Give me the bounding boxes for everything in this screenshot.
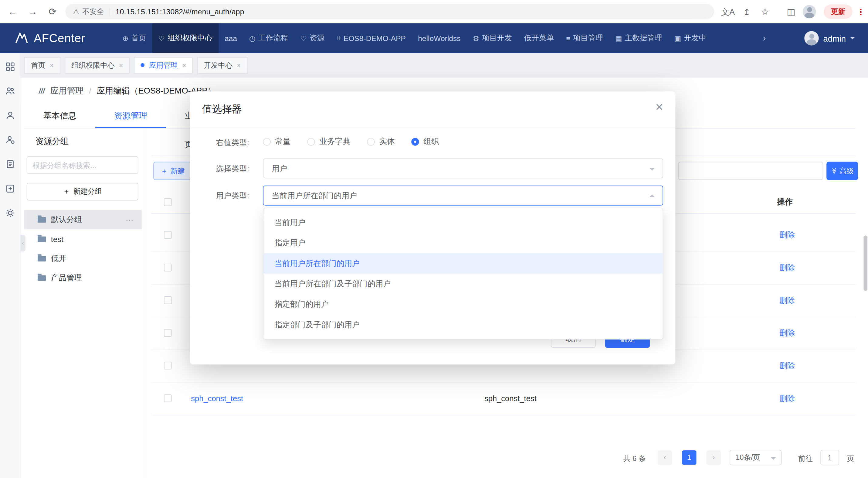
option-current-user-dept-sub[interactable]: 当前用户所在部门及子部门的用户 (264, 274, 662, 294)
tab-label: 应用管理 (149, 60, 178, 70)
row-name-link[interactable]: sph_const_test (191, 394, 243, 403)
user-badge-icon[interactable] (5, 135, 14, 145)
row-checkbox[interactable] (164, 394, 172, 402)
nav-label: 资源 (310, 33, 324, 43)
option-specified-user[interactable]: 指定用户 (264, 233, 662, 253)
delete-link[interactable]: 删除 (779, 296, 795, 306)
goto-page-input[interactable] (820, 450, 839, 465)
delete-link[interactable]: 删除 (779, 394, 795, 404)
group-search-input[interactable] (27, 156, 138, 174)
user-menu[interactable]: admin (804, 23, 855, 53)
browser-refresh-icon[interactable]: ⟳ (45, 5, 60, 19)
group-item-test[interactable]: test (24, 229, 142, 249)
window-tab-app-mgmt[interactable]: 应用管理 × (134, 57, 192, 73)
group-item-lowcode[interactable]: 低开 (24, 249, 142, 268)
tab-resource-mgmt[interactable]: 资源管理 (95, 104, 166, 128)
close-icon[interactable]: × (237, 61, 241, 69)
row-checkbox[interactable] (164, 296, 172, 304)
select-type-dropdown[interactable]: 用户 (263, 158, 663, 179)
nav-item-dev-center[interactable]: ▣ 开发中 (668, 23, 713, 53)
browser-profile-icon[interactable] (803, 5, 816, 18)
user-type-dropdown[interactable]: 当前用户所在部门的用户 (263, 185, 663, 206)
advanced-search-button[interactable]: ≫ 高级 (827, 162, 858, 180)
next-page-button[interactable]: › (706, 450, 720, 465)
group-item-product-mgmt[interactable]: 产品管理 (24, 268, 142, 288)
users-icon[interactable] (5, 87, 14, 96)
nav-item-home[interactable]: ⊕ 首页 (116, 23, 152, 53)
row-checkbox[interactable] (164, 264, 172, 271)
nav-item-helloworldss[interactable]: helloWorldss (412, 23, 467, 53)
address-bar[interactable]: ⚠ 不安全 10.15.15.151:13082/#/menu_auth/app (65, 4, 714, 20)
browser-back-icon[interactable]: ← (5, 5, 20, 19)
window-tab-home[interactable]: 首页 × (24, 57, 60, 73)
side-panel-icon[interactable]: ◫ (784, 5, 798, 19)
group-list: 默认分组 ⋯ test 低开 产品管理 (24, 210, 142, 287)
group-item-default[interactable]: 默认分组 ⋯ (24, 210, 142, 229)
scrollbar-thumb[interactable] (863, 235, 867, 291)
url-text: 10.15.15.151:13082/#/menu_auth/app (116, 8, 244, 16)
radio-constant[interactable]: 常量 (263, 137, 290, 147)
option-current-user-dept[interactable]: 当前用户所在部门的用户 (264, 253, 662, 274)
goto-label: 前往 (798, 454, 812, 464)
delete-link[interactable]: 删除 (779, 329, 795, 338)
row-checkbox[interactable] (164, 362, 172, 369)
select-all-checkbox[interactable] (164, 198, 172, 206)
gear-icon[interactable] (5, 208, 14, 218)
document-icon[interactable] (5, 159, 14, 169)
nav-item-project-dev[interactable]: ⚙ 项目开发 (467, 23, 518, 53)
delete-link[interactable]: 删除 (779, 231, 795, 241)
prev-page-button[interactable]: ‹ (658, 450, 672, 465)
row-checkbox[interactable] (164, 231, 172, 239)
radio-icon (307, 138, 315, 146)
group-more-icon[interactable]: ⋯ (126, 215, 134, 224)
plus-square-icon[interactable] (5, 184, 14, 193)
window-tab-org-auth[interactable]: 组织权限中心 × (65, 57, 129, 73)
breadcrumb-root[interactable]: 应用管理 (51, 86, 84, 96)
nav-item-project-mgmt[interactable]: ≡ 项目管理 (560, 23, 609, 53)
tab-basic-info[interactable]: 基本信息 (24, 104, 95, 128)
nav-item-eos8-demo-app[interactable]: ⌗ EOS8-DEMO-APP (331, 23, 412, 53)
bookmark-star-icon[interactable]: ☆ (758, 5, 772, 19)
option-specified-dept[interactable]: 指定部门的用户 (264, 294, 662, 315)
radio-business-dict[interactable]: 业务字典 (307, 137, 350, 147)
share-icon[interactable]: ↥ (740, 5, 754, 19)
right-value-type-label: 右值类型: (205, 138, 249, 148)
close-icon[interactable]: × (182, 61, 186, 69)
nav-item-org-auth-center[interactable]: ♡ 组织权限中心 (152, 23, 219, 53)
nav-item-workflow[interactable]: ◷ 工作流程 (243, 23, 294, 53)
user-icon[interactable] (5, 111, 14, 120)
nav-item-aaa[interactable]: aaa (219, 23, 243, 53)
new-group-button[interactable]: ＋ 新建分组 (27, 183, 138, 201)
apps-grid-icon[interactable] (5, 62, 14, 71)
caret-down-icon (649, 168, 655, 173)
window-tab-dev-center[interactable]: 开发中心 × (197, 57, 247, 73)
delete-link[interactable]: 删除 (779, 263, 795, 273)
radio-entity[interactable]: 实体 (367, 137, 395, 147)
nav-item-master-data[interactable]: ▤ 主数据管理 (609, 23, 668, 53)
browser-forward-icon[interactable]: → (26, 5, 40, 19)
browser-menu-icon[interactable]: ⋮ (856, 5, 866, 19)
close-icon[interactable]: × (656, 100, 663, 114)
browser-update-button[interactable]: 更新 (824, 5, 852, 19)
app-logo[interactable]: AFCenter (0, 23, 85, 53)
nav-item-resources[interactable]: ♡ 资源 (294, 23, 331, 53)
nav-item-lowcode-menu[interactable]: 低开菜单 (518, 23, 560, 53)
resource-search-input[interactable] (678, 162, 823, 180)
option-specified-dept-sub[interactable]: 指定部门及子部门的用户 (264, 315, 662, 335)
page-number-current[interactable]: 1 (682, 450, 696, 465)
row-checkbox[interactable] (164, 329, 172, 337)
nav-overflow-chevron-icon[interactable]: › (763, 23, 766, 53)
translate-icon[interactable]: 文A (721, 5, 735, 19)
action-column-header: 操作 (777, 197, 793, 207)
delete-link[interactable]: 删除 (779, 361, 795, 371)
option-current-user[interactable]: 当前用户 (264, 212, 662, 233)
radio-icon (367, 138, 375, 146)
afcenter-logo-icon (14, 31, 29, 45)
page-size-select[interactable]: 10条/页 (730, 450, 781, 465)
close-icon[interactable]: × (50, 61, 54, 69)
heart-icon: ♡ (301, 34, 307, 42)
radio-organization[interactable]: 组织 (411, 137, 439, 147)
url-divider (110, 8, 110, 16)
close-icon[interactable]: × (119, 61, 123, 69)
panel-collapse-handle[interactable]: ‹ (20, 235, 25, 251)
